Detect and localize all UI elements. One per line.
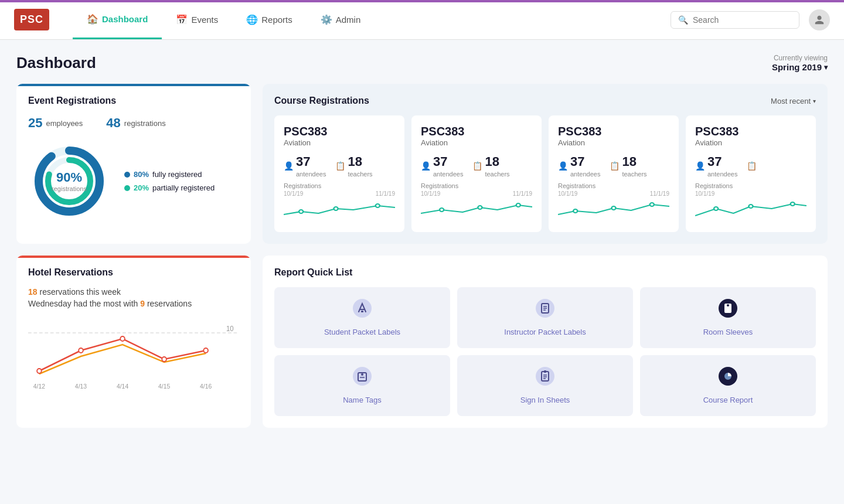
registration-label: registrations [124, 119, 166, 128]
page-header: Dashboard Currently viewing Spring 2019 [16, 54, 828, 72]
user-avatar[interactable] [809, 9, 830, 30]
event-stats-row: 25 employees 48 registrations [28, 115, 239, 131]
svg-point-11 [611, 206, 615, 210]
svg-point-5 [334, 207, 338, 210]
svg-point-38 [353, 367, 372, 386]
report-title: Report Quick List [274, 267, 816, 278]
svg-rect-29 [361, 311, 363, 312]
events-icon: 📅 [176, 14, 188, 25]
course-report-label: Course Report [703, 396, 753, 404]
svg-text:4/13: 4/13 [75, 383, 87, 390]
course-id-0: PSC383 [284, 125, 395, 138]
course-name-0: Aviation [284, 138, 395, 147]
nav-reports[interactable]: 🌐 Reports [232, 1, 307, 38]
most-recent-filter[interactable]: Most recent [771, 97, 816, 105]
svg-point-12 [650, 203, 654, 206]
logo: PSC [14, 9, 49, 30]
legend: 80% fully registered 20% partially regis… [124, 170, 215, 192]
report-item-instructor-packet[interactable]: Instructor Packet Labels [457, 287, 633, 348]
svg-point-42 [536, 367, 554, 386]
viewing-label: Currently viewing [772, 54, 828, 62]
svg-point-4 [299, 210, 303, 213]
svg-point-10 [573, 209, 577, 213]
course-panel-header: Course Registrations Most recent [274, 96, 816, 106]
mini-dates-0: 10/1/19 11/1/19 [284, 190, 395, 197]
nav-events[interactable]: 📅 Events [162, 1, 232, 38]
report-item-student-packet[interactable]: Student Packet Labels [274, 287, 450, 348]
course-card-3[interactable]: PSC383 Aviation 👤37antendees 📋 Registrat… [686, 115, 816, 232]
legend-fully: 80% fully registered [124, 170, 215, 179]
sign-in-sheets-label: Sign In Sheets [520, 396, 570, 404]
course-stats-2: 👤37antendees 📋18teachers [558, 154, 669, 178]
svg-point-37 [727, 304, 729, 307]
donut-section: 90% registrations 80% fully registered 2… [28, 140, 239, 222]
top-nav: PSC 🏠 Dashboard 📅 Events 🌐 Reports ⚙️ Ad… [0, 0, 844, 40]
event-reg-title: Event Registrations [28, 96, 239, 106]
name-tags-label: Name Tags [343, 396, 382, 404]
svg-point-18 [37, 369, 42, 373]
fully-pct: 80% [134, 170, 149, 179]
report-item-course-report[interactable]: Course Report [640, 355, 816, 416]
main-content: Dashboard Currently viewing Spring 2019 … [0, 40, 844, 442]
teachers-0: 📋 18 teachers [335, 154, 372, 178]
course-id-2: PSC383 [558, 125, 669, 138]
admin-icon: ⚙️ [321, 14, 332, 25]
report-grid: Student Packet Labels Instructor Packet [274, 287, 816, 416]
donut-center: 90% registrations [52, 170, 87, 192]
hotel-count: 18 [28, 287, 38, 297]
course-stats-1: 👤37antendees 📋18teachers [421, 154, 532, 178]
viewing-section: Currently viewing Spring 2019 [772, 54, 828, 72]
legend-dot-partial [124, 185, 130, 191]
donut-percentage: 90% [52, 170, 87, 185]
sign-in-sheets-icon [536, 367, 554, 390]
svg-text:4/16: 4/16 [200, 383, 212, 390]
report-item-name-tags[interactable]: Name Tags [274, 355, 450, 416]
hotel-week-desc: 18 reservations this week [28, 287, 239, 297]
donut-subtitle: registrations [52, 185, 87, 192]
report-quick-list-panel: Report Quick List Student Packet Labels [263, 256, 828, 428]
course-card-1[interactable]: PSC383 Aviation 👤37antendees 📋18teachers… [411, 115, 542, 232]
course-card-0[interactable]: PSC383 Aviation 👤 37 antendees 📋 [274, 115, 404, 232]
room-sleeves-label: Room Sleeves [703, 328, 753, 336]
hotel-peak-count: 9 [140, 299, 145, 308]
attendees-0: 👤 37 antendees [284, 154, 326, 178]
employee-label: employees [46, 119, 83, 128]
svg-point-15 [791, 202, 795, 206]
top-panels-row: Event Registrations 25 employees 48 regi… [16, 84, 828, 244]
instructor-packet-label: Instructor Packet Labels [504, 328, 586, 336]
registration-stat: 48 registrations [106, 115, 165, 131]
svg-point-20 [120, 336, 125, 341]
course-reg-title: Course Registrations [274, 96, 369, 106]
hotel-chart: 10 [28, 315, 239, 391]
report-item-room-sleeves[interactable]: Room Sleeves [640, 287, 816, 348]
svg-point-9 [516, 203, 520, 207]
svg-text:4/15: 4/15 [158, 383, 170, 390]
report-item-sign-in-sheets[interactable]: Sign In Sheets [457, 355, 633, 416]
svg-point-13 [714, 207, 718, 210]
student-packet-icon [353, 299, 372, 322]
svg-point-8 [478, 206, 482, 209]
nav-dashboard[interactable]: 🏠 Dashboard [73, 1, 162, 39]
course-name-3: Aviation [695, 138, 806, 147]
svg-point-14 [748, 205, 753, 208]
event-registrations-panel: Event Registrations 25 employees 48 regi… [16, 84, 251, 244]
viewing-value[interactable]: Spring 2019 [772, 62, 828, 72]
student-packet-label: Student Packet Labels [324, 328, 400, 336]
hotel-title: Hotel Reservations [28, 267, 239, 278]
course-name-2: Aviation [558, 138, 669, 147]
svg-rect-44 [544, 370, 546, 373]
reports-icon: 🌐 [246, 14, 258, 25]
page-title: Dashboard [16, 54, 96, 72]
course-card-2[interactable]: PSC383 Aviation 👤37antendees 📋18teachers… [549, 115, 679, 232]
svg-point-21 [162, 357, 166, 362]
course-name-1: Aviation [421, 138, 532, 147]
search-input[interactable] [693, 15, 792, 25]
instructor-packet-icon [536, 299, 554, 322]
svg-text:4/12: 4/12 [33, 383, 45, 390]
nav-admin[interactable]: ⚙️ Admin [307, 1, 375, 38]
course-report-icon [719, 367, 737, 390]
employee-count: 25 [28, 115, 42, 131]
svg-point-7 [440, 208, 444, 212]
svg-text:10: 10 [226, 325, 234, 332]
course-registrations-panel: Course Registrations Most recent PSC383 … [263, 84, 828, 244]
